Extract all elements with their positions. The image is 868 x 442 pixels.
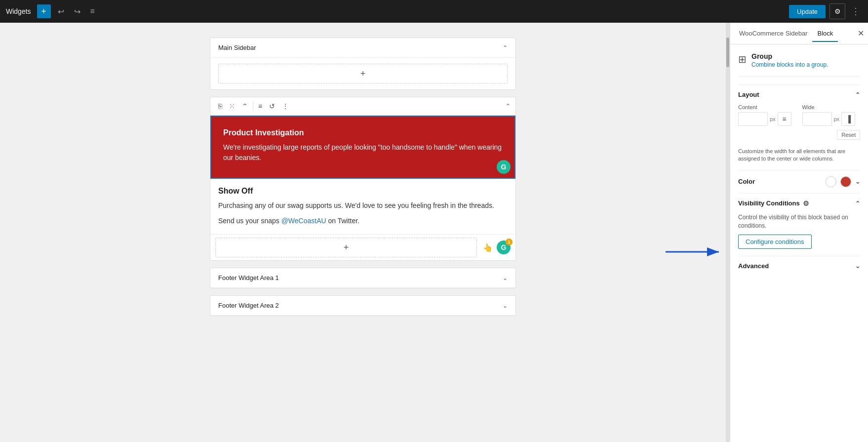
footer-widget-2-block: Footer Widget Area 2 ⌄ [210,295,516,316]
visibility-accordion-header[interactable]: Visibility Conditions ⚙ ⌃ [738,194,860,213]
main-layout: Main Sidebar ⌃ + ⎘ ⁙ ⌃ ≡ ↺ [0,23,868,442]
panel-close-button[interactable]: ✕ [858,29,864,38]
main-sidebar-title: Main Sidebar [218,44,256,51]
canvas-inner: Main Sidebar ⌃ + ⎘ ⁙ ⌃ ≡ ↺ [210,38,516,427]
emoji-hand: 👆 [483,243,493,252]
move-up-button[interactable]: ⌃ [239,100,251,112]
scrollbar-thumb [726,38,729,67]
showoff-avatar: G 1 [497,241,511,254]
footer-widget-2-collapse-button[interactable]: ⌄ [503,302,508,309]
layout-label: Layout [738,91,759,98]
reset-button[interactable]: Reset [837,130,860,140]
update-button[interactable]: Update [789,5,826,18]
showoff-block: Show Off Purchasing any of our swag supp… [210,179,515,234]
wide-field-label: Wide [802,104,861,110]
scrollbar[interactable] [726,23,730,442]
notice-block: Product Investigation We're investigatin… [210,116,515,179]
link-button[interactable]: ↺ [266,100,278,112]
avatar-badge: 1 [506,239,513,245]
showoff-twitter-link[interactable]: @WeCoastAU [281,217,326,225]
footer-widget-1-title: Footer Widget Area 1 [218,274,279,281]
layout-fields: Content px ≡ Wide px [738,104,860,126]
content-block-wrapper: ⎘ ⁙ ⌃ ≡ ↺ ⋮ ⌃ Product Investigation We'r… [210,97,516,261]
showoff-text2: Send us your snaps @WeCoastAU on Twitter… [218,216,508,226]
notice-avatar: G [497,160,511,174]
showoff-text1: Purchasing any of our swag supports us. … [218,201,508,211]
layout-accordion-body: Content px ≡ Wide px [738,104,860,170]
showoff-bottom-bar: + 👆 G 1 [210,234,515,260]
configure-conditions-button[interactable]: Configure conditions [738,235,812,249]
group-desc: Combine blocks into a group. [751,61,828,68]
color-swatch-white[interactable] [826,176,836,187]
footer-widget-2-title: Footer Widget Area 2 [218,302,279,309]
wide-width-input[interactable] [802,112,832,126]
notice-title: Product Investigation [223,128,503,137]
visibility-chevron-icon: ⌃ [855,200,860,207]
duplicate-button[interactable]: ⎘ [215,100,225,112]
more-options-button[interactable]: ⋮ [849,4,862,19]
color-chevron-icon: ⌄ [855,178,860,185]
layout-desc: Customize the width for all elements tha… [738,148,860,163]
settings-button[interactable]: ⚙ [829,3,845,19]
redo-button[interactable]: ↪ [71,5,83,18]
advanced-label: Advanced [738,262,769,270]
add-block-to-main-sidebar-button[interactable]: + [218,64,508,83]
advanced-accordion-header[interactable]: Advanced ⌄ [738,256,860,276]
topbar: Widgets + ↩ ↪ ≡ Update ⚙ ⋮ [0,0,868,23]
align-button[interactable]: ≡ [255,100,265,112]
showoff-text2-prefix: Send us your snaps [218,217,281,225]
add-block-button[interactable]: + [37,4,51,18]
main-sidebar-header: Main Sidebar ⌃ [210,38,515,58]
advanced-section: Advanced ⌄ [738,256,860,276]
wide-align-button[interactable]: ▐ [841,112,855,126]
color-swatch-red[interactable] [840,176,851,187]
block-toolbar: ⎘ ⁙ ⌃ ≡ ↺ ⋮ ⌃ [210,97,515,116]
content-width-input[interactable] [738,112,768,126]
main-sidebar-block: Main Sidebar ⌃ + [210,38,516,90]
group-section: ⊞ Group Combine blocks into a group. [738,52,860,77]
content-field-label: Content [738,104,796,110]
footer-widget-1-collapse-button[interactable]: ⌄ [503,275,508,281]
visibility-section: Visibility Conditions ⚙ ⌃ Control the vi… [738,193,860,256]
plus-icon: + [360,69,366,79]
add-block-bottom-button[interactable]: + [215,238,477,257]
group-label: Group [751,52,828,60]
undo-button[interactable]: ↩ [55,5,67,18]
color-label: Color [738,178,755,185]
main-sidebar-body: + [210,58,515,89]
main-sidebar-collapse-button[interactable]: ⌃ [503,44,508,51]
advanced-chevron-icon: ⌄ [855,263,860,270]
content-align-button[interactable]: ≡ [778,112,791,126]
showoff-title: Show Off [218,187,508,196]
visibility-settings-icon: ⚙ [803,200,809,207]
content-unit: px [770,116,776,122]
layout-accordion-header[interactable]: Layout ⌃ [738,85,860,104]
visibility-accordion-body: Control the visibility of this block bas… [738,213,860,256]
showoff-text2-suffix: on Twitter. [326,217,359,225]
footer-widget-1-header: Footer Widget Area 1 ⌄ [210,268,515,288]
more-button[interactable]: ⋮ [279,100,292,112]
footer-widget-2-header: Footer Widget Area 2 ⌄ [210,296,515,316]
canvas-area: Main Sidebar ⌃ + ⎘ ⁙ ⌃ ≡ ↺ [0,23,726,442]
content-field-group: Content px ≡ [738,104,796,126]
menu-button[interactable]: ≡ [87,5,98,18]
color-section: Color ⌄ [738,170,860,193]
notice-text: We're investigating large reports of peo… [223,142,503,163]
app-title: Widgets [6,7,31,15]
wide-unit: px [834,116,840,122]
visibility-header-row: Visibility Conditions ⚙ [738,200,809,207]
wide-field-group: Wide px ▐ [802,104,861,126]
panel-body: ⊞ Group Combine blocks into a group. Lay… [730,44,868,283]
visibility-label: Visibility Conditions [738,200,800,207]
tab-block[interactable]: Block [812,26,838,42]
right-panel: WooCommerce Sidebar Block ✕ ⊞ Group Comb… [730,23,868,442]
content-block-collapse-button[interactable]: ⌃ [506,103,511,110]
layout-section: Layout ⌃ Content px ≡ [738,84,860,170]
visibility-desc: Control the visibility of this block bas… [738,213,860,230]
group-info: Group Combine blocks into a group. [751,52,828,68]
toolbar-separator-1 [253,101,253,111]
tab-woocommerce-sidebar[interactable]: WooCommerce Sidebar [734,26,812,42]
drag-handle-button[interactable]: ⁙ [226,100,238,112]
footer-widget-1-block: Footer Widget Area 1 ⌄ [210,268,516,288]
color-accordion-header[interactable]: Color ⌄ [738,170,860,193]
